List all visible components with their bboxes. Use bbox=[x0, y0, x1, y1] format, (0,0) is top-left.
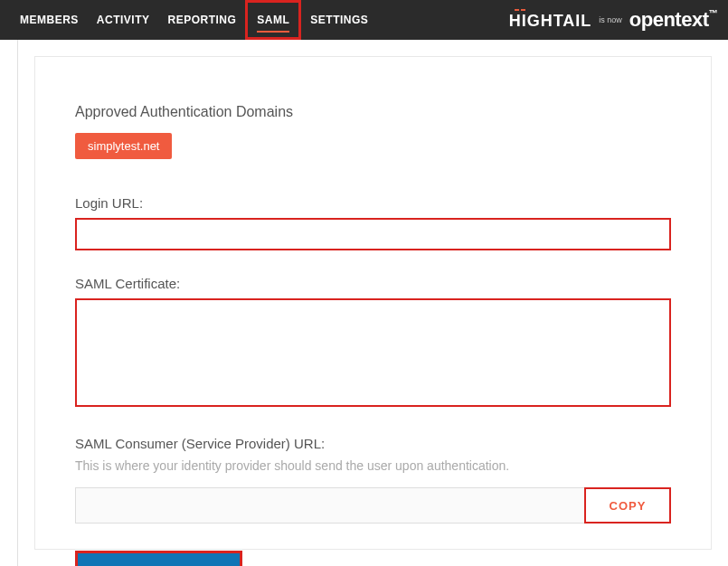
saml-cert-row: SAML Certificate: bbox=[75, 276, 671, 410]
consumer-url-help: This is where your identity provider sho… bbox=[75, 458, 671, 473]
opentext-text: opentext bbox=[629, 8, 709, 31]
opentext-logo: opentext™ bbox=[629, 8, 717, 32]
left-rail bbox=[0, 40, 18, 566]
hightail-logo: HIGHTAIL bbox=[509, 9, 592, 31]
login-url-label: Login URL: bbox=[75, 195, 671, 211]
save-configurations-button[interactable]: Save Configurations bbox=[75, 551, 242, 566]
tab-activity[interactable]: ACTIVITY bbox=[88, 0, 159, 40]
approved-domains-title: Approved Authentication Domains bbox=[75, 104, 671, 120]
saml-cert-label: SAML Certificate: bbox=[75, 276, 671, 291]
top-bar: MEMBERS ACTIVITY REPORTING SAML SETTINGS… bbox=[0, 0, 728, 40]
nav-tabs: MEMBERS ACTIVITY REPORTING SAML SETTINGS bbox=[11, 0, 377, 40]
hightail-text: HIGHTAIL bbox=[509, 12, 592, 31]
isnow-text: is now bbox=[599, 15, 622, 24]
page-wrap: Approved Authentication Domains simplyte… bbox=[0, 40, 728, 566]
domain-chip[interactable]: simplytest.net bbox=[75, 133, 172, 159]
login-url-row: Login URL: bbox=[75, 195, 671, 250]
trademark-icon: ™ bbox=[709, 8, 718, 18]
tab-settings[interactable]: SETTINGS bbox=[301, 0, 377, 40]
login-url-input[interactable] bbox=[75, 218, 671, 250]
consumer-url-input[interactable] bbox=[75, 487, 585, 524]
content-area: Approved Authentication Domains simplyte… bbox=[18, 40, 728, 566]
consumer-url-row: COPY bbox=[75, 487, 671, 524]
tab-reporting[interactable]: REPORTING bbox=[159, 0, 246, 40]
brand-area: HIGHTAIL is now opentext™ bbox=[509, 8, 717, 32]
copy-button[interactable]: COPY bbox=[584, 487, 671, 524]
hightail-accent-icon bbox=[515, 9, 525, 11]
saml-panel: Approved Authentication Domains simplyte… bbox=[34, 56, 712, 550]
tab-members[interactable]: MEMBERS bbox=[11, 0, 88, 40]
consumer-url-label: SAML Consumer (Service Provider) URL: bbox=[75, 436, 671, 451]
tab-saml[interactable]: SAML bbox=[245, 0, 301, 40]
saml-cert-input[interactable] bbox=[75, 298, 671, 407]
consumer-url-section: SAML Consumer (Service Provider) URL: Th… bbox=[75, 436, 671, 524]
